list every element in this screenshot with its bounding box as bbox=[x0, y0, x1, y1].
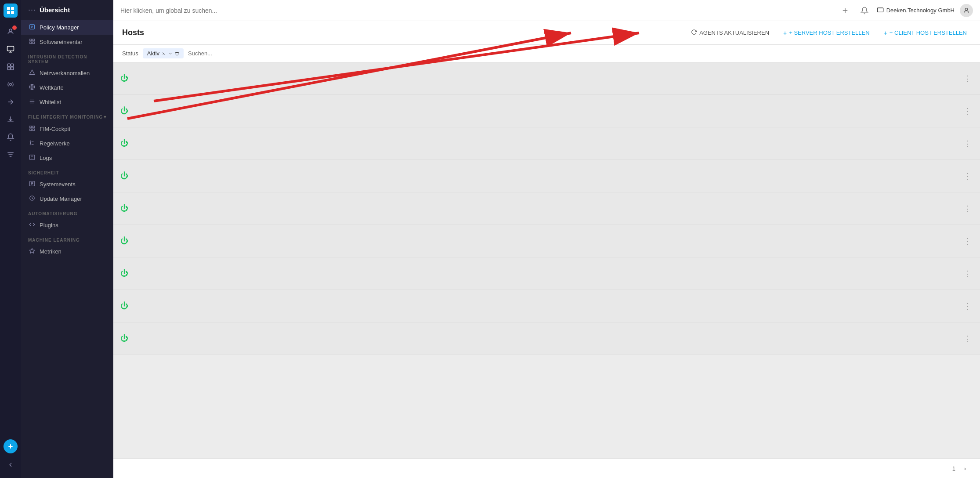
sidebar-item-policy-manager[interactable]: Policy Manager bbox=[21, 20, 113, 35]
server-host-erstellen-button[interactable]: + + SERVER HOST ERSTELLEN bbox=[779, 27, 874, 39]
sidebar-item-plugins[interactable]: Plugins bbox=[21, 218, 113, 232]
fim-chevron-icon: ▾ bbox=[104, 114, 106, 120]
table-row: ⏻ ⋮ bbox=[113, 95, 980, 127]
row-actions-button[interactable]: ⋮ bbox=[962, 267, 973, 280]
sidebar-icon-hosts[interactable] bbox=[3, 41, 18, 57]
power-icon: ⏻ bbox=[120, 106, 128, 116]
sidebar-item-label: FIM-Cockpit bbox=[40, 126, 70, 132]
page-number: 1 bbox=[952, 465, 955, 472]
sidebar-item-whitelist[interactable]: Whitelist bbox=[21, 95, 113, 109]
sidebar-icon-filter[interactable] bbox=[3, 147, 18, 163]
row-actions-button[interactable]: ⋮ bbox=[962, 72, 973, 85]
svg-rect-9 bbox=[11, 67, 14, 70]
sidebar-icon-arrow[interactable] bbox=[3, 94, 18, 110]
power-icon: ⏻ bbox=[120, 236, 128, 246]
svg-rect-2 bbox=[7, 11, 10, 14]
pagination-next-button[interactable]: › bbox=[959, 462, 971, 474]
notification-badge bbox=[12, 25, 17, 30]
ids-section-title: INTRUSION DETECTION SYSTEM bbox=[21, 49, 113, 66]
table-row: ⏻ ⋮ bbox=[113, 257, 980, 290]
sidebar-item-logs[interactable]: Logs bbox=[21, 151, 113, 165]
sidebar-item-fim-cockpit[interactable]: FIM-Cockpit bbox=[21, 122, 113, 136]
sidebar-item-update-manager[interactable]: Update Manager bbox=[21, 192, 113, 206]
row-actions-button[interactable]: ⋮ bbox=[962, 170, 973, 183]
agents-aktualisieren-button[interactable]: AGENTS AKTUALISIEREN bbox=[687, 26, 774, 39]
svg-point-40 bbox=[965, 8, 967, 10]
row-actions-button[interactable]: ⋮ bbox=[962, 332, 973, 345]
nav-sidebar: ··· Übersicht Policy Manager Softwareinv… bbox=[21, 0, 113, 478]
table-row: ⏻ ⋮ bbox=[113, 290, 980, 322]
topbar-actions: Deeken.Technology GmbH bbox=[838, 4, 973, 18]
fim-section-header[interactable]: FILE INTEGRITY MONITORING ▾ bbox=[21, 109, 113, 122]
svg-point-32 bbox=[30, 144, 31, 145]
sidebar-icon-user[interactable] bbox=[3, 24, 18, 40]
row-actions-button[interactable]: ⋮ bbox=[962, 202, 973, 215]
row-actions-button[interactable]: ⋮ bbox=[962, 137, 973, 150]
refresh-icon bbox=[691, 29, 697, 36]
sidebar-item-regelwerke[interactable]: Regelwerke bbox=[21, 136, 113, 151]
sidebar-item-systemevents[interactable]: Systemevents bbox=[21, 177, 113, 192]
global-search-input[interactable] bbox=[120, 7, 833, 14]
svg-rect-3 bbox=[11, 11, 14, 14]
hosts-table: ⏻ ⋮ ⏻ ⋮ ⏻ ⋮ ⏻ ⋮ ⏻ ⋮ bbox=[113, 62, 980, 458]
row-actions-button[interactable]: ⋮ bbox=[962, 300, 973, 313]
client-host-erstellen-button[interactable]: + + CLIENT HOST ERSTELLEN bbox=[879, 27, 971, 39]
netzwerkanomalien-icon bbox=[28, 69, 36, 77]
svg-rect-28 bbox=[33, 126, 34, 128]
topbar-add-icon[interactable] bbox=[838, 4, 852, 18]
sidebar-item-label: Softwareinventar bbox=[40, 39, 83, 45]
metriken-icon bbox=[28, 248, 36, 255]
table-row: ⏻ ⋮ bbox=[113, 322, 980, 355]
icon-sidebar bbox=[0, 0, 21, 478]
svg-rect-29 bbox=[30, 129, 32, 130]
svg-rect-20 bbox=[33, 42, 34, 43]
server-host-label: + SERVER HOST ERSTELLEN bbox=[789, 29, 869, 36]
sidebar-item-label: Update Manager bbox=[40, 196, 82, 202]
sidebar-item-label: Netzwerkanomalien bbox=[40, 70, 90, 76]
collapse-sidebar-button[interactable] bbox=[3, 457, 18, 473]
topbar-notification-icon[interactable] bbox=[857, 4, 872, 18]
sidebar-item-label: Plugins bbox=[40, 222, 58, 228]
client-host-label: + CLIENT HOST ERSTELLEN bbox=[890, 29, 967, 36]
power-icon: ⏻ bbox=[120, 269, 128, 278]
sidebar-item-label: Whitelist bbox=[40, 99, 61, 105]
company-name-label: Deeken.Technology GmbH bbox=[886, 7, 955, 14]
svg-marker-21 bbox=[29, 70, 35, 75]
content-header: Hosts AGENTS AKTUALISIEREN + + SERVER HO… bbox=[113, 21, 980, 45]
sidebar-item-netzwerkanomalien[interactable]: Netzwerkanomalien bbox=[21, 66, 113, 80]
plus-server-icon: + bbox=[783, 29, 787, 36]
power-icon: ⏻ bbox=[120, 334, 128, 343]
user-avatar[interactable] bbox=[960, 4, 973, 17]
sidebar-item-label: Metriken bbox=[40, 248, 61, 255]
svg-point-10 bbox=[10, 83, 12, 86]
sidebar-icon-download[interactable] bbox=[3, 112, 18, 127]
sidebar-icon-radio[interactable] bbox=[3, 76, 18, 92]
add-button[interactable] bbox=[4, 439, 18, 453]
auto-section-title: AUTOMATISIERUNG bbox=[21, 206, 113, 218]
svg-rect-0 bbox=[7, 7, 10, 10]
svg-rect-1 bbox=[11, 7, 14, 10]
svg-rect-19 bbox=[30, 42, 32, 43]
nav-header: ··· Übersicht bbox=[21, 0, 113, 20]
filter-bar: Status Aktiv bbox=[113, 45, 980, 62]
table-row: ⏻ ⋮ bbox=[113, 192, 980, 225]
svg-rect-8 bbox=[7, 67, 10, 70]
aktiv-filter-value: Aktiv bbox=[147, 50, 159, 57]
sidebar-icon-bell[interactable] bbox=[3, 129, 18, 145]
row-actions-button[interactable]: ⋮ bbox=[962, 105, 973, 118]
hosts-search-input[interactable] bbox=[188, 50, 262, 57]
status-filter-label: Status bbox=[122, 50, 138, 57]
power-icon: ⏻ bbox=[120, 204, 128, 213]
svg-rect-18 bbox=[33, 39, 34, 41]
sidebar-item-label: Policy Manager bbox=[40, 24, 79, 31]
row-actions-button[interactable]: ⋮ bbox=[962, 235, 973, 248]
whitelist-icon bbox=[28, 98, 36, 106]
app-logo[interactable] bbox=[4, 4, 18, 18]
sidebar-item-weltkarte[interactable]: Weltkarte bbox=[21, 80, 113, 95]
sidebar-item-softwareinventar[interactable]: Softwareinventar bbox=[21, 35, 113, 49]
svg-point-31 bbox=[30, 141, 31, 141]
sidebar-item-metriken[interactable]: Metriken bbox=[21, 244, 113, 259]
sidebar-icon-layers[interactable] bbox=[3, 59, 18, 75]
table-row: ⏻ ⋮ bbox=[113, 127, 980, 160]
sidebar-item-label: Weltkarte bbox=[40, 84, 64, 91]
